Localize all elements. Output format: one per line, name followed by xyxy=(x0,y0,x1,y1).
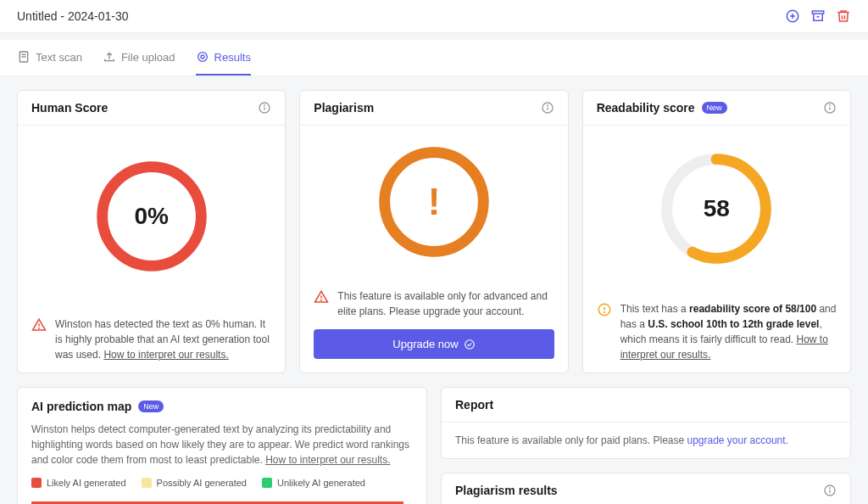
right-column: Report This feature is available only fo… xyxy=(441,387,851,504)
plagiarism-gauge: ! xyxy=(375,143,493,261)
card-title: AI prediction map New xyxy=(31,400,413,413)
svg-point-16 xyxy=(39,328,40,328)
upgrade-button[interactable]: Upgrade now xyxy=(314,329,554,359)
ai-prediction-map-card: AI prediction map New Winston helps dete… xyxy=(17,387,427,504)
content: Human Score 0% Winston has detected the … xyxy=(0,76,868,504)
svg-rect-3 xyxy=(812,11,824,14)
alert-circle-icon xyxy=(597,302,612,317)
legend-likely: Likely AI generated xyxy=(31,478,126,488)
new-badge: New xyxy=(138,400,164,412)
check-circle-icon xyxy=(464,339,476,350)
tab-results[interactable]: Results xyxy=(196,40,251,76)
interpret-link[interactable]: How to interpret our results. xyxy=(103,349,228,361)
card-title: Report xyxy=(455,398,493,412)
swatch-red xyxy=(31,478,42,488)
tab-file-upload[interactable]: File upload xyxy=(103,40,175,76)
tab-label: Results xyxy=(214,51,251,64)
target-icon xyxy=(196,50,209,64)
human-score-gauge: 0% xyxy=(92,157,211,276)
footer-text: This text has a readability score of 58/… xyxy=(620,301,837,362)
card-header: Plagiarism results xyxy=(442,473,850,504)
card-footer: This feature is available only for advan… xyxy=(300,278,567,329)
card-title: Human Score xyxy=(31,101,108,115)
prediction-text: Last weekend, I visited my grandmother's… xyxy=(31,500,413,504)
info-icon[interactable] xyxy=(823,484,837,497)
card-header: Human Score xyxy=(18,91,285,126)
card-body: This feature is available only for paid … xyxy=(442,423,850,458)
human-score-card: Human Score 0% Winston has detected the … xyxy=(17,90,286,373)
card-header: Plagiarism xyxy=(300,91,567,126)
svg-point-10 xyxy=(201,55,204,59)
gauge-wrap: 0% xyxy=(18,126,285,306)
readability-card: Readability score New 58 This text has a xyxy=(582,90,851,373)
svg-point-26 xyxy=(830,105,831,106)
card-title: Plagiarism xyxy=(314,101,374,115)
svg-point-31 xyxy=(604,312,604,313)
tab-label: Text scan xyxy=(36,51,82,64)
exclamation-icon: ! xyxy=(428,181,441,223)
alert-triangle-icon xyxy=(314,289,329,305)
add-icon[interactable] xyxy=(785,8,800,24)
svg-point-34 xyxy=(830,488,831,489)
gauge-value: 0% xyxy=(134,203,168,230)
new-badge: New xyxy=(702,102,727,114)
card-title: Readability score New xyxy=(597,101,727,115)
info-icon[interactable] xyxy=(541,101,554,115)
legend-unlikely: Unlikely AI generated xyxy=(262,478,365,488)
card-header: Readability score New xyxy=(583,91,850,126)
readability-gauge: 58 xyxy=(657,149,776,268)
card-footer: This text has a readability score of 58/… xyxy=(583,291,850,372)
bottom-row: AI prediction map New Winston helps dete… xyxy=(17,387,851,504)
top-actions xyxy=(785,8,851,24)
plagiarism-results-card: Plagiarism results xyxy=(441,473,851,504)
swatch-green xyxy=(262,478,272,488)
svg-point-13 xyxy=(264,105,265,106)
legend-possibly: Possibly AI generated xyxy=(142,478,247,488)
interpret-link[interactable]: How to interpret our results. xyxy=(265,454,390,466)
plagiarism-card: Plagiarism ! This feature is available o… xyxy=(299,90,568,373)
gauge-wrap: 58 xyxy=(583,126,850,291)
info-icon[interactable] xyxy=(258,101,271,115)
tab-text-scan[interactable]: Text scan xyxy=(17,40,82,76)
gauge-wrap: ! xyxy=(300,126,567,278)
card-footer: Winston has detected the text as 0% huma… xyxy=(18,306,285,372)
document-title: Untitled - 2024-01-30 xyxy=(17,9,129,23)
topbar: Untitled - 2024-01-30 xyxy=(0,0,868,33)
trash-icon[interactable] xyxy=(836,8,851,24)
footer-text: Winston has detected the text as 0% huma… xyxy=(55,316,271,362)
svg-point-19 xyxy=(547,105,548,106)
card-header: Report xyxy=(442,388,850,423)
report-card: Report This feature is available only fo… xyxy=(441,387,851,459)
upgrade-link[interactable]: upgrade your account. xyxy=(687,434,788,446)
alert-triangle-icon xyxy=(31,317,47,333)
tab-label: File upload xyxy=(121,51,175,64)
tabs: Text scan File upload Results xyxy=(0,40,868,76)
svg-point-23 xyxy=(465,339,474,349)
card-title: Plagiarism results xyxy=(455,484,558,497)
svg-point-22 xyxy=(321,300,322,300)
archive-icon[interactable] xyxy=(810,8,826,24)
upload-icon xyxy=(103,50,116,64)
document-icon xyxy=(17,50,31,64)
score-cards-row: Human Score 0% Winston has detected the … xyxy=(17,90,851,373)
footer-text: This feature is available only for advan… xyxy=(337,288,554,319)
swatch-yellow xyxy=(142,478,152,488)
map-description: Winston helps detect computer-generated … xyxy=(31,422,413,468)
svg-point-9 xyxy=(198,53,207,62)
left-column: AI prediction map New Winston helps dete… xyxy=(17,387,427,504)
info-icon[interactable] xyxy=(823,101,837,115)
legend: Likely AI generated Possibly AI generate… xyxy=(31,478,413,488)
gauge-value: 58 xyxy=(704,195,730,222)
